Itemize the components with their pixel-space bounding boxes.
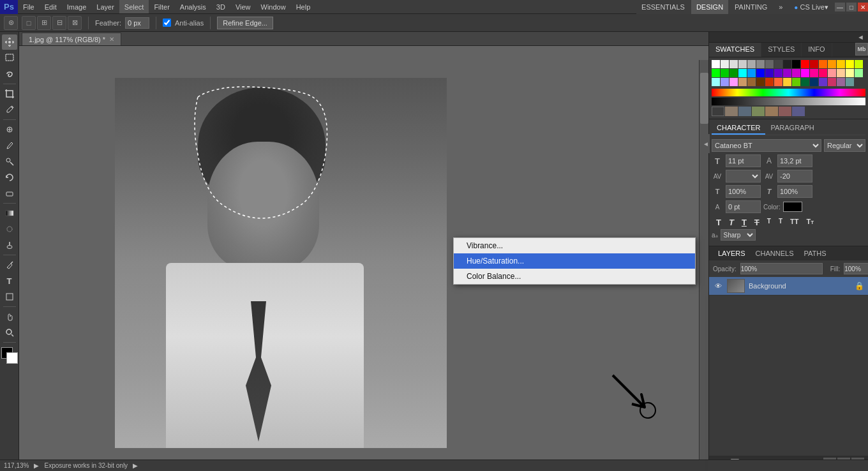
swatch-lime[interactable] (792, 78, 800, 86)
menu-file[interactable]: File (18, 0, 40, 13)
swatch-dark-red[interactable] (810, 60, 818, 68)
swatch-yellow[interactable] (846, 60, 854, 68)
swatch-peach[interactable] (837, 69, 845, 77)
font-size-input[interactable] (726, 154, 761, 167)
swatch-cool[interactable] (738, 107, 751, 116)
layer-eye-icon[interactable]: 👁 (713, 281, 723, 291)
text-tool[interactable]: T (2, 273, 17, 288)
zoom-tool[interactable] (2, 325, 17, 340)
swatch-purple2[interactable] (783, 69, 791, 77)
vscale-input[interactable] (777, 185, 812, 198)
color-swatch[interactable] (783, 202, 802, 212)
menu-view[interactable]: View (230, 0, 256, 13)
selection-tool[interactable] (2, 50, 17, 66)
intersect-selection-icon[interactable]: ⊠ (68, 16, 82, 30)
tab-1jpg[interactable]: 1.jpg @ 117% (RGB/8) * ✕ (22, 33, 121, 45)
brush-tool[interactable] (2, 138, 17, 153)
swatch-blue[interactable] (756, 69, 765, 77)
baseline-input[interactable] (726, 200, 761, 213)
menu-analysis[interactable]: Analysis (175, 0, 211, 13)
add-selection-icon[interactable]: ⊞ (37, 16, 51, 30)
swatch-light-blue[interactable] (747, 69, 756, 77)
swatch-yellow-orange[interactable] (837, 60, 845, 68)
swatches-tab[interactable]: SWATCHES (709, 43, 761, 57)
swatch-gray6[interactable] (774, 60, 782, 68)
styles-tab[interactable]: STYLES (761, 43, 802, 57)
swatch-gray2[interactable] (738, 60, 747, 68)
swatch-gold[interactable] (783, 78, 791, 86)
eraser-tool[interactable] (2, 186, 17, 201)
crop-tool[interactable] (2, 86, 17, 101)
swatch-bright-magenta[interactable] (801, 69, 809, 77)
swatch-gray7[interactable] (783, 60, 791, 68)
canvas-scrollbar-v[interactable] (699, 60, 708, 471)
painting-btn[interactable]: PAINTING (730, 0, 772, 14)
swatch-dark-blue[interactable] (765, 69, 774, 77)
swatch-gray5[interactable] (765, 60, 774, 68)
menu-select[interactable]: Select (119, 0, 149, 13)
bold-btn[interactable]: T (714, 217, 723, 228)
swatch-olive[interactable] (752, 107, 765, 116)
essentials-btn[interactable]: ESSENTIALS (636, 0, 690, 14)
swatch-red[interactable] (801, 60, 809, 68)
swatch-darker-green[interactable] (730, 69, 738, 77)
font-style-select[interactable]: Regular (824, 139, 865, 152)
pen-tool[interactable] (2, 257, 17, 273)
close-btn[interactable]: ✕ (858, 3, 868, 11)
swatch-forest[interactable] (801, 78, 809, 86)
lasso-tool[interactable] (2, 66, 17, 82)
swatch-light-yellow[interactable] (846, 69, 854, 77)
swatch-light-gray[interactable] (721, 60, 729, 68)
swatch-dark[interactable] (712, 107, 724, 116)
scroll-thumb-v[interactable] (700, 73, 708, 124)
swatch-gray4[interactable] (756, 60, 765, 68)
swatch-tan[interactable] (765, 107, 778, 116)
superscript-btn[interactable]: T (765, 217, 773, 228)
history-tool[interactable] (2, 170, 17, 185)
eyedropper-tool[interactable] (2, 102, 17, 117)
more-btn[interactable]: » (774, 0, 788, 14)
swatch-navy[interactable] (810, 78, 818, 86)
color-boxes[interactable] (1, 347, 18, 364)
menu-image[interactable]: Image (62, 0, 92, 13)
tab-close-btn[interactable]: ✕ (109, 36, 114, 43)
swatch-white[interactable] (712, 60, 720, 68)
maximize-btn[interactable]: □ (846, 3, 857, 11)
swatch-teal[interactable] (846, 78, 854, 86)
refine-edge-btn[interactable]: Refine Edge... (217, 17, 273, 29)
minimize-btn[interactable]: — (835, 3, 845, 11)
leading-input[interactable] (777, 154, 812, 167)
panel-side-arrow[interactable]: ◄ (702, 134, 710, 153)
gradient-tool[interactable] (2, 206, 17, 221)
swatch-gray1[interactable] (730, 60, 738, 68)
swatch-dark-green[interactable] (721, 69, 729, 77)
swatch-darker-brown[interactable] (756, 78, 765, 86)
swatch-black[interactable] (792, 60, 800, 68)
italic-btn[interactable]: T (727, 217, 736, 228)
strikethrough-btn[interactable]: T (752, 217, 761, 228)
status-arrow-btn[interactable]: ▶ (133, 462, 138, 469)
swatch-rose[interactable] (779, 107, 791, 116)
menu-edit[interactable]: Edit (40, 0, 62, 13)
smallcaps-btn[interactable]: TT (804, 217, 816, 228)
swatch-mauve[interactable] (837, 78, 845, 86)
menu-3d[interactable]: 3D (211, 0, 230, 13)
panel-collapse-btn[interactable]: ◄ (853, 32, 868, 42)
ctx-vibrance[interactable]: Vibrance... (454, 238, 695, 253)
swatch-crimson[interactable] (828, 78, 836, 86)
paths-tab[interactable]: PATHS (799, 248, 832, 258)
menu-help[interactable]: Help (291, 0, 316, 13)
swatch-light-green[interactable] (855, 69, 863, 77)
subtract-selection-icon[interactable]: ⊟ (52, 16, 66, 30)
swatch-indigo[interactable] (819, 78, 827, 86)
cs-live-btn[interactable]: ● CS Live▾ (789, 0, 834, 14)
shape-tool[interactable] (2, 289, 17, 304)
opacity-input[interactable] (740, 263, 823, 274)
ctx-hue-saturation[interactable]: Hue/Saturation... (454, 253, 695, 269)
dodge-tool[interactable] (2, 237, 17, 253)
menu-layer[interactable]: Layer (91, 0, 119, 13)
sharp-select[interactable]: Sharp (721, 229, 756, 241)
swatch-orange3[interactable] (774, 78, 782, 86)
blur-tool[interactable] (2, 221, 17, 237)
swatch-light-cyan[interactable] (712, 78, 720, 86)
